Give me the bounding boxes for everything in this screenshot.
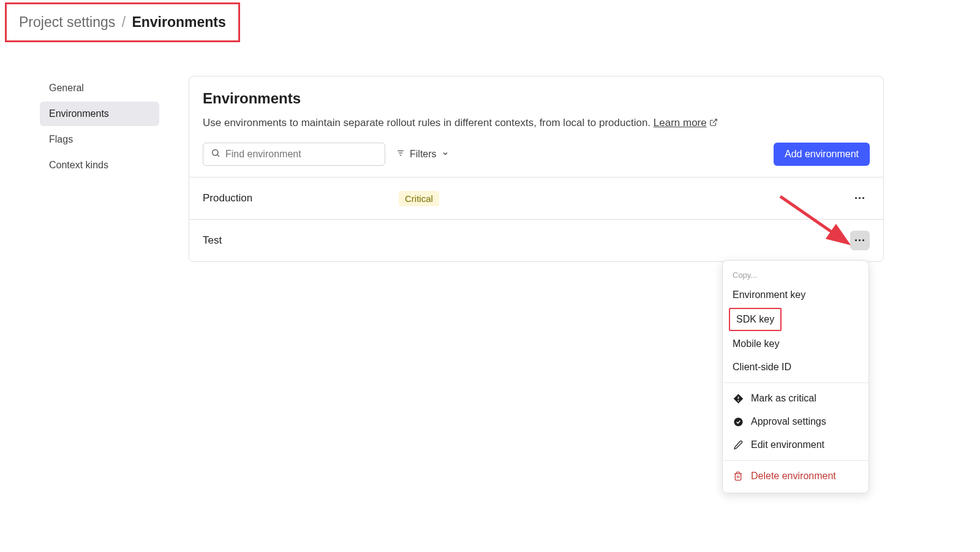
environment-row-production[interactable]: Production Critical ··· — [189, 177, 883, 219]
copy-environment-key[interactable]: Environment key — [723, 283, 869, 307]
svg-line-2 — [217, 155, 219, 157]
search-icon — [211, 148, 221, 160]
pencil-icon — [733, 439, 744, 450]
ellipsis-icon: ··· — [854, 234, 865, 247]
trash-icon — [733, 471, 744, 482]
panel-title: Environments — [203, 90, 870, 107]
sidebar-item-general[interactable]: General — [40, 76, 159, 100]
svg-line-0 — [713, 119, 717, 123]
main-content: Environments Use environments to maintai… — [189, 76, 884, 262]
svg-point-8 — [734, 417, 742, 426]
diamond-exclaim-icon — [733, 393, 744, 404]
sidebar: General Environments Flags Context kinds — [40, 76, 159, 262]
actions-dropdown: Copy... Environment key SDK key Mobile k… — [722, 260, 869, 493]
svg-point-1 — [213, 150, 218, 155]
sidebar-item-context-kinds[interactable]: Context kinds — [40, 153, 159, 177]
edit-environment[interactable]: Edit environment — [723, 433, 869, 457]
more-actions-button[interactable]: ··· — [850, 231, 870, 250]
search-input[interactable] — [225, 149, 377, 160]
more-actions-button[interactable]: ··· — [850, 188, 870, 208]
breadcrumb: Project settings / Environments — [5, 2, 240, 42]
svg-point-7 — [737, 400, 739, 401]
copy-sdk-key[interactable]: SDK key — [729, 308, 782, 331]
copy-mobile-key[interactable]: Mobile key — [723, 332, 869, 356]
sidebar-item-flags[interactable]: Flags — [40, 127, 159, 152]
panel-description: Use environments to maintain separate ro… — [203, 114, 870, 132]
dropdown-separator — [723, 382, 869, 383]
check-badge-icon — [733, 416, 744, 427]
copy-client-side-id[interactable]: Client-side ID — [723, 356, 869, 379]
mark-as-critical[interactable]: Mark as critical — [723, 387, 869, 410]
approval-settings[interactable]: Approval settings — [723, 410, 869, 433]
search-input-wrap[interactable] — [203, 143, 385, 166]
learn-more-link[interactable]: Learn more — [654, 117, 718, 129]
chevron-down-icon — [442, 149, 449, 160]
dropdown-section-label: Copy... — [723, 266, 869, 283]
add-environment-button[interactable]: Add environment — [774, 143, 870, 166]
delete-environment[interactable]: Delete environment — [723, 464, 869, 488]
external-link-icon — [709, 115, 718, 132]
breadcrumb-separator: / — [122, 14, 126, 30]
filters-button[interactable]: Filters — [396, 149, 449, 160]
environment-name: Test — [203, 234, 399, 247]
breadcrumb-parent[interactable]: Project settings — [19, 14, 115, 30]
critical-badge: Critical — [399, 191, 439, 206]
dropdown-separator — [723, 460, 869, 461]
environment-name: Production — [203, 192, 399, 204]
environments-panel: Environments Use environments to maintai… — [189, 76, 884, 262]
ellipsis-icon: ··· — [854, 192, 865, 205]
filter-icon — [396, 149, 405, 160]
sidebar-item-environments[interactable]: Environments — [40, 102, 159, 126]
breadcrumb-current: Environments — [132, 14, 225, 30]
toolbar: Filters Add environment — [189, 143, 883, 177]
environment-row-test[interactable]: Test ··· — [189, 219, 883, 261]
